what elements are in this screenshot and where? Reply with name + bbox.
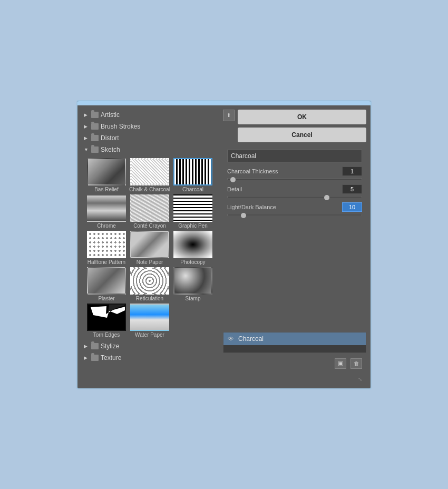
filter-conte-crayon[interactable]: Conté Crayon	[129, 194, 170, 229]
detail-thumb[interactable]	[324, 195, 329, 200]
thumb-conte-label: Conté Crayon	[133, 223, 166, 229]
category-brush-strokes[interactable]: ▶ Brush Strokes	[82, 121, 219, 132]
charcoal-thickness-thumb[interactable]	[230, 177, 236, 182]
arrow-distort: ▶	[84, 135, 89, 141]
thumb-halftone	[87, 231, 126, 258]
filter-halftone-pattern[interactable]: Halftone Pattern	[86, 231, 127, 265]
thumb-note-paper	[130, 231, 169, 258]
light-dark-track[interactable]	[227, 214, 362, 216]
filter-dropdown-row: Charcoal Chalk & Charcoal Bas Relief Chr…	[227, 150, 362, 162]
thumb-water-paper-label: Water Paper	[135, 332, 164, 338]
thumb-graphic-pen	[173, 194, 212, 222]
arrow-stylize: ▶	[84, 344, 89, 349]
arrow-texture: ▶	[84, 355, 89, 360]
param-detail-header: Detail	[227, 184, 362, 194]
thumb-reticulation	[130, 267, 169, 295]
preview-area	[223, 223, 366, 329]
layers-footer: ▣ 🗑	[223, 356, 366, 371]
resize-handle[interactable]: ⤡	[358, 376, 362, 382]
category-artistic-label: Artistic	[101, 111, 120, 119]
folder-icon-artistic	[91, 112, 99, 118]
filter-chalk-charcoal[interactable]: Chalk & Charcoal	[129, 158, 170, 192]
filter-torn-edges[interactable]: Torn Edges	[86, 304, 127, 338]
new-effect-button[interactable]: ▣	[335, 358, 346, 369]
param-light-dark-header: Light/Dark Balance	[227, 202, 362, 212]
thumb-charcoal	[173, 158, 212, 185]
thumb-water-paper	[130, 304, 169, 331]
thumb-photocopy-label: Photocopy	[180, 259, 205, 265]
delete-effect-button[interactable]: 🗑	[350, 358, 362, 369]
thumb-chalk-charcoal	[130, 158, 169, 185]
charcoal-thickness-value[interactable]	[342, 167, 362, 176]
filter-stamp[interactable]: Stamp	[172, 267, 213, 301]
param-charcoal-thickness: Charcoal Thickness	[227, 167, 362, 180]
category-artistic[interactable]: ▶ Artistic	[82, 110, 219, 120]
filter-chrome[interactable]: Chrome	[86, 194, 127, 229]
category-texture-label: Texture	[101, 354, 121, 361]
category-distort-label: Distort	[101, 134, 119, 142]
detail-track[interactable]	[227, 196, 362, 198]
detail-value[interactable]	[342, 184, 362, 194]
filter-reticulation[interactable]: Reticulation	[129, 267, 170, 301]
thumb-halftone-label: Halftone Pattern	[87, 259, 125, 265]
filter-graphic-pen[interactable]: Graphic Pen	[172, 194, 213, 229]
thumb-torn-edges	[87, 304, 126, 331]
thumb-stamp	[173, 267, 212, 295]
arrow-artistic: ▶	[84, 112, 89, 118]
filter-water-paper[interactable]: Water Paper	[129, 304, 170, 338]
layer-row-charcoal[interactable]: 👁 Charcoal	[223, 332, 366, 345]
category-stylize[interactable]: ▶ Stylize	[82, 341, 219, 351]
filter-list-panel: ▶ Artistic ▶ Brush Strokes ▶ Distort ▼ S…	[82, 110, 219, 384]
thumb-torn-edges-label: Torn Edges	[93, 332, 120, 338]
category-distort[interactable]: ▶ Distort	[82, 133, 219, 143]
filter-gallery-dialog: ▶ Artistic ▶ Brush Strokes ▶ Distort ▼ S…	[76, 100, 372, 389]
detail-label: Detail	[227, 186, 242, 192]
thumb-chalk-charcoal-label: Chalk & Charcoal	[129, 187, 170, 192]
thumb-plaster	[87, 267, 126, 295]
folder-icon-texture	[91, 355, 99, 361]
thumb-note-paper-label: Note Paper	[137, 259, 163, 265]
thumb-stamp-label: Stamp	[186, 296, 201, 301]
thumb-charcoal-label: Charcoal	[182, 187, 203, 192]
filter-charcoal[interactable]: Charcoal	[172, 158, 213, 192]
param-detail: Detail	[227, 184, 362, 198]
category-sketch[interactable]: ▼ Sketch	[82, 144, 219, 155]
category-stylize-label: Stylize	[101, 343, 119, 350]
settings-panel: Charcoal Chalk & Charcoal Bas Relief Chr…	[223, 145, 366, 220]
category-brush-strokes-label: Brush Strokes	[101, 123, 140, 130]
charcoal-thickness-label: Charcoal Thickness	[227, 168, 278, 174]
cancel-button[interactable]: Cancel	[238, 128, 366, 142]
thumb-chrome-label: Chrome	[97, 223, 116, 229]
filter-note-paper[interactable]: Note Paper	[129, 231, 170, 265]
thumb-graphic-pen-label: Graphic Pen	[178, 223, 208, 229]
thumb-conte	[130, 194, 169, 222]
light-dark-value[interactable]	[342, 202, 362, 212]
charcoal-thickness-track[interactable]	[227, 178, 362, 180]
layer-visibility-icon[interactable]: 👁	[228, 335, 234, 343]
thumb-photocopy	[173, 231, 212, 258]
thumb-reticulation-label: Reticulation	[136, 296, 163, 301]
ok-button[interactable]: OK	[238, 110, 366, 124]
title-bar	[77, 101, 371, 105]
light-dark-label: Light/Dark Balance	[227, 204, 276, 210]
filter-photocopy[interactable]: Photocopy	[172, 231, 213, 265]
layer-charcoal-name: Charcoal	[238, 335, 264, 343]
sketch-grid: Bas Relief Chalk & Charcoal Charcoal Chr…	[82, 156, 219, 340]
action-buttons: OK Cancel	[238, 110, 366, 142]
category-texture[interactable]: ▶ Texture	[82, 353, 219, 363]
param-light-dark-balance: Light/Dark Balance	[227, 202, 362, 216]
filter-bas-relief[interactable]: Bas Relief	[86, 158, 127, 192]
thumb-chrome	[87, 194, 126, 222]
folder-icon-brush-strokes	[91, 123, 99, 130]
filter-plaster[interactable]: Plaster	[86, 267, 127, 301]
thumb-bas-relief	[87, 158, 126, 185]
thumb-plaster-label: Plaster	[98, 296, 114, 301]
thumb-bas-relief-label: Bas Relief	[94, 187, 119, 192]
param-charcoal-thickness-header: Charcoal Thickness	[227, 167, 362, 176]
light-dark-thumb[interactable]	[241, 213, 246, 218]
collapse-button[interactable]: ⬆	[223, 110, 235, 121]
filter-dropdown[interactable]: Charcoal Chalk & Charcoal Bas Relief Chr…	[227, 150, 362, 162]
folder-icon-sketch	[91, 146, 99, 153]
folder-icon-distort	[91, 135, 99, 141]
right-top: ⬆ OK Cancel	[223, 110, 366, 142]
